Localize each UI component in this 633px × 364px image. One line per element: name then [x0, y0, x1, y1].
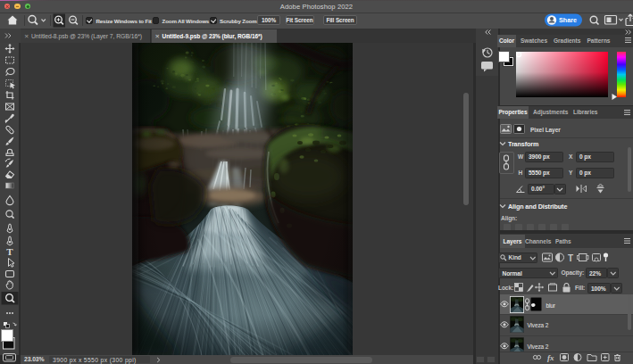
svg-text:fx: fx — [547, 353, 554, 362]
svg-text:Share: Share — [559, 16, 577, 24]
svg-text:T: T — [568, 253, 573, 263]
svg-text:T: T — [6, 246, 13, 257]
